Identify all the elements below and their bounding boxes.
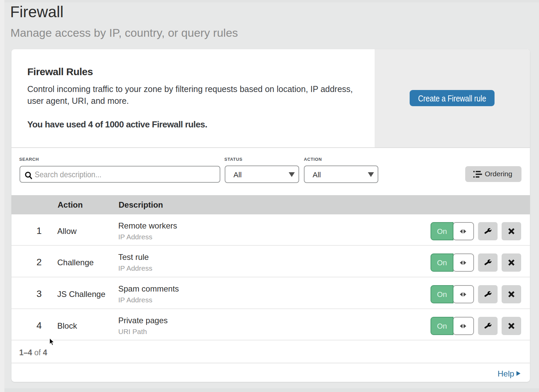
svg-text:Search description...: Search description... [35,170,101,179]
svg-text:Create a Firewall rule: Create a Firewall rule [418,94,486,103]
